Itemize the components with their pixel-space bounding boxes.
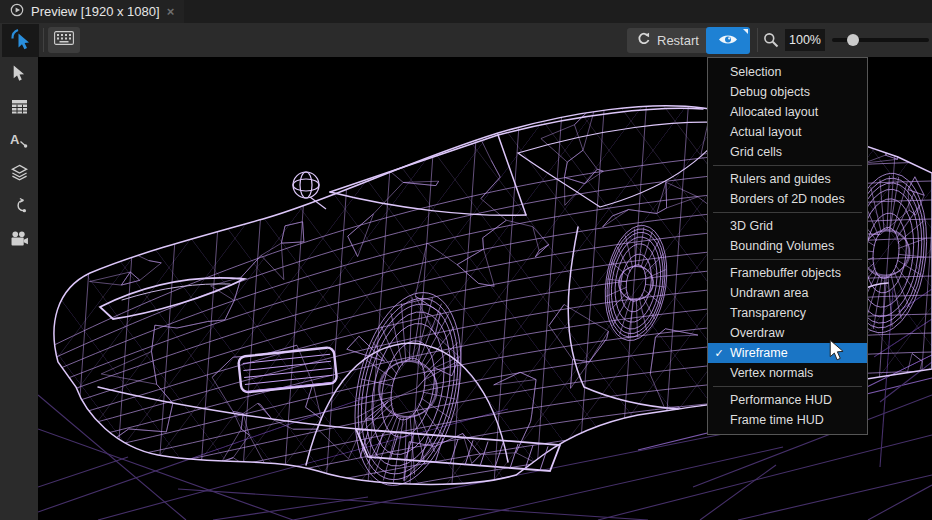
menu-item-label: Borders of 2D nodes (730, 192, 845, 206)
sidebar-tool-text-edit[interactable]: A (7, 131, 31, 151)
menu-item-label: Debug objects (730, 85, 810, 99)
sidebar-tool-layers[interactable] (7, 164, 31, 184)
menu-item-label: Transparency (730, 306, 806, 320)
menu-item-actual-layout[interactable]: Actual layout (708, 122, 867, 142)
zoom-slider-handle[interactable] (847, 34, 859, 46)
sidebar-tool-connections[interactable] (7, 197, 31, 217)
menu-item-debug-objects[interactable]: Debug objects (708, 82, 867, 102)
menu-item-label: Performance HUD (730, 393, 832, 407)
toolbar-separator (757, 28, 758, 52)
preview-window: Preview [1920 x 1080] × Restart (0, 0, 932, 520)
menu-separator (713, 165, 862, 166)
touch-pointer-button[interactable] (2, 24, 39, 57)
menu-item-overdraw[interactable]: Overdraw (708, 323, 867, 343)
eye-icon (718, 32, 738, 50)
select-pointer-icon (11, 65, 27, 86)
magnifier-icon (763, 32, 779, 52)
menu-separator (713, 386, 862, 387)
menu-item-label: Bounding Volumes (730, 239, 834, 253)
tab-title: Preview [1920 x 1080] (31, 4, 160, 19)
toolbar-separator (43, 28, 44, 52)
layers-icon (11, 164, 28, 185)
menu-item-3d-grid[interactable]: 3D Grid (708, 216, 867, 236)
menu-item-vertex-normals[interactable]: Vertex normals (708, 363, 867, 383)
sidebar-tool-camera[interactable] (7, 230, 31, 250)
visualization-menu: SelectionDebug objectsAllocated layoutAc… (707, 57, 868, 435)
menu-item-label: Frame time HUD (730, 413, 824, 427)
visualization-options-button[interactable] (706, 27, 750, 54)
menu-item-framebuffer-objects[interactable]: Framebuffer objects (708, 263, 867, 283)
tab-bar: Preview [1920 x 1080] × (0, 0, 932, 23)
menu-item-wireframe[interactable]: ✓Wireframe (708, 343, 867, 363)
menu-item-label: Framebuffer objects (730, 266, 841, 280)
menu-item-label: Overdraw (730, 326, 784, 340)
check-icon: ✓ (708, 347, 730, 360)
tab-close-icon[interactable]: × (167, 4, 175, 19)
keyboard-button[interactable] (48, 27, 80, 53)
svg-text:A: A (10, 131, 20, 146)
menu-item-undrawn-area[interactable]: Undrawn area (708, 283, 867, 303)
connections-icon (11, 197, 27, 218)
menu-item-borders-of-2d-nodes[interactable]: Borders of 2D nodes (708, 189, 867, 209)
keyboard-icon (54, 31, 74, 49)
tab-preview[interactable]: Preview [1920 x 1080] × (0, 0, 184, 23)
menu-item-allocated-layout[interactable]: Allocated layout (708, 102, 867, 122)
menu-item-label: Undrawn area (730, 286, 809, 300)
menu-item-label: Wireframe (730, 346, 788, 360)
restart-label: Restart (657, 33, 699, 48)
menu-item-label: Selection (730, 65, 781, 79)
play-circle-icon (10, 3, 24, 21)
sidebar-tool-select-pointer[interactable] (7, 65, 31, 85)
menu-item-label: Vertex normals (730, 366, 813, 380)
touch-pointer-icon (10, 28, 32, 54)
menu-item-selection[interactable]: Selection (708, 62, 867, 82)
menu-item-frame-time-hud[interactable]: Frame time HUD (708, 410, 867, 430)
menu-item-rulers-and-guides[interactable]: Rulers and guides (708, 169, 867, 189)
menu-item-bounding-volumes[interactable]: Bounding Volumes (708, 236, 867, 256)
main-toolbar: Restart 100% (0, 23, 932, 57)
menu-item-label: Grid cells (730, 145, 782, 159)
camera-icon (10, 231, 29, 250)
menu-item-label: 3D Grid (730, 219, 773, 233)
restart-icon (637, 32, 651, 49)
menu-item-label: Allocated layout (730, 105, 818, 119)
menu-item-label: Rulers and guides (730, 172, 831, 186)
zoom-level-value[interactable]: 100% (785, 29, 825, 51)
text-edit-icon: A (10, 131, 28, 152)
menu-separator (713, 259, 862, 260)
zoom-slider[interactable] (832, 38, 929, 42)
tool-sidebar: A (0, 57, 38, 520)
menu-item-label: Actual layout (730, 125, 802, 139)
menu-item-performance-hud[interactable]: Performance HUD (708, 390, 867, 410)
menu-separator (713, 212, 862, 213)
menu-item-transparency[interactable]: Transparency (708, 303, 867, 323)
menu-item-grid-cells[interactable]: Grid cells (708, 142, 867, 162)
sidebar-tool-table-view[interactable] (7, 98, 31, 118)
table-view-icon (11, 99, 28, 118)
restart-button[interactable]: Restart (627, 28, 709, 53)
